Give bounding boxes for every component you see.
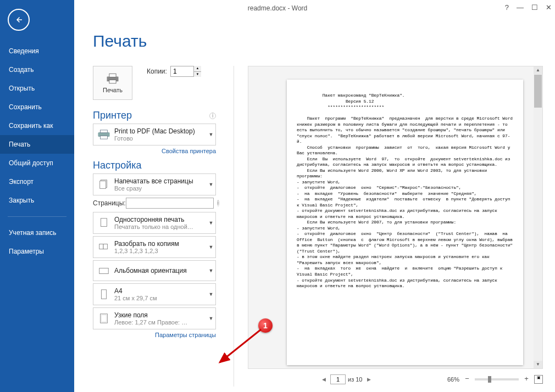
- copies-label: Копии:: [147, 68, 167, 75]
- sidebar-item-открыть[interactable]: Открыть: [0, 79, 74, 98]
- page-heading: Печать: [93, 32, 555, 51]
- settings-heading: Настройка: [93, 160, 142, 171]
- setting-sub: Левое: 1,27 см Правое: …: [114, 319, 207, 326]
- zoom-out-button[interactable]: −: [463, 375, 471, 384]
- back-button[interactable]: [8, 9, 30, 31]
- copies-up[interactable]: ▲: [194, 66, 201, 72]
- minimize-icon[interactable]: —: [517, 3, 524, 12]
- print-button-label: Печать: [103, 87, 123, 93]
- prev-page-button[interactable]: ◀: [319, 375, 328, 384]
- setting-title: Альбомная ориентация: [114, 267, 207, 275]
- sidebar-item-учетная-запись[interactable]: Учетная запись: [0, 223, 74, 242]
- printer-select[interactable]: Print to PDF (Mac Desktop) Готово ▼: [93, 124, 216, 145]
- backstage-sidebar: СведенияСоздатьОткрытьСохранитьСохранить…: [0, 0, 74, 392]
- setting-size-a4[interactable]: A421 см x 29,7 см▼: [93, 283, 216, 305]
- chevron-down-icon: ▼: [207, 292, 215, 297]
- close-icon[interactable]: ✕: [546, 3, 552, 12]
- svg-rect-2: [109, 80, 116, 83]
- landscape-icon: [93, 265, 114, 277]
- menu-separator: [8, 216, 66, 217]
- copies-down[interactable]: ▼: [194, 72, 201, 77]
- setting-margins[interactable]: Узкие поляЛевое: 1,27 см Правое: …▼: [93, 307, 216, 329]
- collate-icon: [93, 241, 114, 253]
- chevron-down-icon: ▼: [207, 268, 215, 273]
- page-of-label: из 10: [348, 376, 362, 383]
- zoom-slider-thumb[interactable]: [488, 376, 491, 383]
- setting-sub: Все сразу: [114, 185, 207, 192]
- setting-title: Разобрать по копиям: [114, 240, 207, 248]
- setting-title: Односторонняя печать: [114, 216, 207, 223]
- svg-rect-9: [99, 244, 103, 249]
- printer-icon: [105, 72, 120, 85]
- printer-info-icon[interactable]: i: [209, 113, 216, 119]
- doc-stack-icon: [93, 178, 114, 191]
- printer-properties-link[interactable]: Свойства принтера: [93, 148, 216, 154]
- preview-nav: ◀ из 10 ▶ 66% − + ▣: [248, 372, 543, 387]
- svg-rect-1: [109, 74, 116, 77]
- print-button[interactable]: Печать: [93, 66, 132, 100]
- help-icon[interactable]: ?: [505, 3, 509, 12]
- pages-input[interactable]: [126, 198, 214, 209]
- sidebar-item-сохранить-как[interactable]: Сохранить как: [0, 116, 74, 135]
- sidebar-item-общий-доступ[interactable]: Общий доступ: [0, 154, 74, 172]
- pages-info-icon[interactable]: i: [217, 200, 219, 206]
- sidebar-item-создать[interactable]: Создать: [0, 60, 74, 79]
- preview-page: Пакет макрокоманд "ВерТеКнижка". Версия …: [287, 80, 523, 365]
- sidebar-item-печать[interactable]: Печать: [0, 135, 74, 154]
- setting-landscape[interactable]: Альбомная ориентация▼: [93, 260, 216, 281]
- margins-icon: [93, 312, 114, 324]
- setting-title: Напечатать все страницы: [114, 177, 207, 185]
- svg-rect-4: [101, 130, 108, 133]
- svg-rect-7: [100, 181, 106, 189]
- zoom-level[interactable]: 66%: [447, 376, 459, 383]
- preview-scrollbar[interactable]: ▲ ▼: [534, 66, 542, 368]
- zoom-in-button[interactable]: +: [522, 375, 531, 384]
- scroll-up-icon[interactable]: ▲: [534, 66, 542, 74]
- next-page-button[interactable]: ▶: [364, 375, 373, 384]
- window-title: readme.docx - Word: [248, 4, 308, 12]
- chevron-down-icon: ▼: [207, 316, 215, 321]
- setting-title: A4: [114, 287, 207, 295]
- sidebar-item-закрыть[interactable]: Закрыть: [0, 191, 74, 210]
- fit-page-button[interactable]: ▣: [534, 375, 543, 384]
- zoom-slider[interactable]: [475, 378, 519, 380]
- svg-rect-10: [103, 244, 107, 249]
- scroll-thumb[interactable]: [534, 75, 542, 108]
- print-preview: Пакет макрокоманд "ВерТеКнижка". Версия …: [248, 66, 543, 369]
- page-number-input[interactable]: [330, 374, 346, 384]
- chevron-down-icon: ▼: [207, 132, 215, 137]
- printer-heading: Принтер: [93, 110, 132, 121]
- chevron-down-icon: ▼: [207, 182, 215, 187]
- chevron-down-icon: ▼: [207, 220, 215, 226]
- setting-sub: Печатать только на одной…: [114, 223, 207, 230]
- setting-doc-stack[interactable]: Напечатать все страницыВсе сразу▼: [93, 173, 216, 195]
- pages-label: Страницы:: [93, 199, 126, 207]
- sidebar-item-экспорт[interactable]: Экспорт: [0, 172, 74, 191]
- svg-rect-8: [101, 219, 107, 227]
- sidebar-item-сведения[interactable]: Сведения: [0, 42, 74, 60]
- annotation-badge-1: 1: [258, 318, 273, 333]
- printer-name: Print to PDF (Mac Desktop): [114, 127, 207, 135]
- doc-content: Пакет макрокоманд "ВерТеКнижка". Версия …: [297, 93, 513, 289]
- size-a4-icon: [93, 288, 114, 300]
- sidebar-item-сохранить[interactable]: Сохранить: [0, 98, 74, 116]
- page-icon: [93, 217, 114, 229]
- setting-sub: 21 см x 29,7 см: [114, 295, 207, 301]
- page-setup-link[interactable]: Параметры страницы: [93, 332, 216, 338]
- scroll-down-icon[interactable]: ▼: [534, 361, 542, 368]
- chevron-down-icon: ▼: [207, 244, 215, 250]
- svg-rect-11: [99, 268, 109, 273]
- svg-rect-5: [101, 136, 108, 139]
- setting-page[interactable]: Односторонняя печатьПечатать только на о…: [93, 212, 216, 234]
- printer-status: Готово: [114, 135, 207, 142]
- vertical-divider: [234, 66, 234, 387]
- svg-rect-12: [101, 290, 106, 299]
- sidebar-item-параметры[interactable]: Параметры: [0, 242, 74, 261]
- arrow-left-icon: [14, 15, 24, 25]
- setting-collate[interactable]: Разобрать по копиям1,2,3 1,2,3 1,2,3▼: [93, 236, 216, 258]
- maximize-icon[interactable]: ☐: [531, 3, 538, 12]
- setting-title: Узкие поля: [114, 311, 207, 319]
- printer-device-icon: [97, 129, 111, 140]
- setting-sub: 1,2,3 1,2,3 1,2,3: [114, 248, 207, 254]
